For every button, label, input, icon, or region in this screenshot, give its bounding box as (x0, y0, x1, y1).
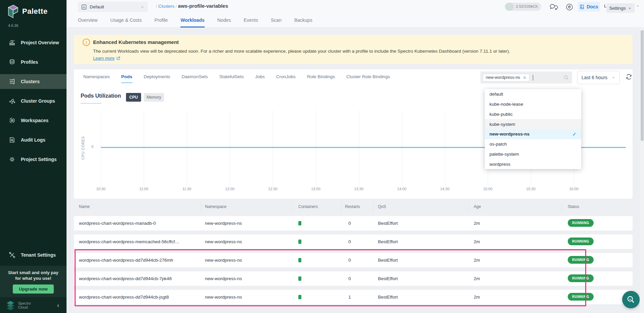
dropdown-option-kube-public[interactable]: kube-public (485, 109, 581, 119)
top-header: Default / Clusters / aws-profile-variabl… (67, 0, 644, 28)
learn-more-link[interactable]: Learn more (93, 56, 120, 61)
chat-icon[interactable] (550, 3, 558, 12)
container-square-icon (298, 258, 301, 262)
time-range-select[interactable]: Last 6 hours (577, 71, 620, 84)
tab-scan[interactable]: Scan (271, 14, 282, 28)
x-axis-tick: 14:00 (394, 187, 409, 191)
sidebar-item-project-settings[interactable]: Project Settings (0, 152, 67, 167)
chip-remove-icon[interactable]: ✕ (523, 75, 526, 80)
refresh-icon[interactable] (626, 73, 632, 82)
external-link-icon (116, 56, 120, 60)
container-indicator (298, 276, 301, 281)
x-axis-tick: 16:00 (566, 187, 581, 191)
workload-subtabs: Namespaces Pods Deployments DaemonSets S… (83, 74, 390, 83)
settings-button[interactable]: Settings (606, 3, 635, 13)
help-icon[interactable] (566, 3, 573, 12)
dropdown-option-wordpress[interactable]: wordpress (485, 159, 581, 169)
tab-backups[interactable]: Backups (294, 14, 312, 28)
section-title-underline (81, 103, 101, 104)
sidebar-item-audit-logs[interactable]: Audit Logs (0, 133, 67, 147)
pod-age: 2m (474, 258, 480, 263)
x-axis-tick: 14:30 (437, 187, 452, 191)
sidebar-item-cluster-groups[interactable]: Cluster Groups (0, 94, 67, 108)
sidebar-item-profiles[interactable]: Profiles (0, 55, 67, 69)
chevron-down-icon (611, 75, 615, 80)
sidebar-item-workspaces[interactable]: Workspaces (0, 113, 67, 128)
subtab-jobs[interactable]: Jobs (255, 74, 265, 83)
palette-logo-icon (7, 4, 19, 18)
namespace-dropdown-menu: default kube-node-lease kube-public kube… (485, 89, 581, 169)
subtab-statefulsets[interactable]: StatefulSets (219, 74, 244, 83)
dropdown-option-kube-node-lease[interactable]: kube-node-lease (485, 99, 581, 109)
project-settings-icon (9, 156, 15, 163)
col-header-age: Age (474, 204, 481, 209)
audit-logs-icon (9, 137, 15, 143)
subtab-cronjobs[interactable]: CronJobs (276, 74, 296, 83)
sidebar-item-label: Audit Logs (21, 137, 45, 143)
tenant-settings-icon (9, 252, 15, 258)
pod-name: wordpress-chart-wordpress-dd7d944cb-276m… (79, 258, 173, 263)
container-square-icon (298, 240, 301, 244)
dropdown-option-palette-system[interactable]: palette-system (485, 149, 581, 159)
container-indicator (298, 295, 301, 299)
col-header-restarts: Restarts (345, 204, 360, 209)
table-row[interactable]: wordpress-chart-wordpress-memcached-56cf… (74, 234, 633, 249)
sidebar-item-label: Tenant Settings (21, 252, 56, 258)
app-version: 4.6.36 (8, 23, 18, 28)
pod-age: 2m (474, 239, 480, 244)
x-axis-tick: 10:30 (93, 187, 108, 191)
table-row[interactable]: wordpress-chart-wordpress-dd7d944cb-7pk4… (74, 271, 633, 286)
sidebar-item-clusters[interactable]: Clusters (0, 74, 67, 89)
workspaces-icon (9, 117, 15, 124)
breadcrumb-clusters-link[interactable]: Clusters (158, 4, 174, 9)
tab-events[interactable]: Events (244, 14, 258, 28)
sidebar-item-label: Project Overview (21, 40, 59, 45)
dropdown-option-os-patch[interactable]: os-patch (485, 139, 581, 149)
dropdown-option-label: new-wordpress-ns (489, 132, 529, 137)
support-chat-button[interactable] (622, 291, 640, 308)
sidebar-item-tenant-settings[interactable]: Tenant Settings (0, 248, 67, 262)
container-indicator (298, 258, 301, 262)
memory-toggle-button[interactable]: Memory (144, 93, 164, 102)
namespace-filter-input[interactable]: new-wordpress-ns ✕ (480, 71, 572, 84)
tab-nodes[interactable]: Nodes (217, 14, 231, 28)
subtab-deployments[interactable]: Deployments (144, 74, 170, 83)
deprecation-banner: ! Enhanced Kubernetes management The cur… (74, 35, 633, 64)
cpu-toggle-button[interactable]: CPU (126, 93, 141, 102)
docs-button[interactable]: Docs (578, 2, 600, 11)
table-row[interactable]: wordpress-chart-wordpress-dd7d944cb-276m… (74, 253, 633, 267)
pod-qos: BestEffort (378, 276, 398, 281)
subtab-role-bindings[interactable]: Role Bindings (307, 74, 335, 83)
vertical-scrollbar[interactable] (640, 28, 644, 313)
tab-workloads[interactable]: Workloads (180, 14, 204, 28)
tab-profile[interactable]: Profile (155, 14, 168, 28)
pod-qos: BestEffort (378, 239, 398, 244)
subtab-pods[interactable]: Pods (121, 74, 132, 83)
upgrade-now-button[interactable]: Upgrade now (13, 284, 54, 294)
subtab-namespaces[interactable]: Namespaces (83, 74, 110, 83)
table-row[interactable]: wordpress-chart-wordpress-dd7d944cb-jsgt… (74, 290, 633, 304)
tab-overview[interactable]: Overview (78, 14, 97, 28)
chip-label: new-wordpress-ns (486, 75, 520, 80)
learn-more-label: Learn more (93, 56, 115, 61)
pod-name: wordpress-chart-wordpress-dd7d944cb-jsgt… (79, 295, 169, 300)
pod-restarts: 0 (348, 239, 351, 244)
subtab-daemonsets[interactable]: DaemonSets (182, 74, 208, 83)
dropdown-option-default[interactable]: default (485, 89, 581, 99)
subtab-cluster-role-bindings[interactable]: Cluster Role Bindings (346, 74, 390, 83)
project-scope-select[interactable]: Default (78, 2, 148, 12)
table-row[interactable]: wordpress-chart-wordpress-mariadb-0 new-… (74, 216, 633, 230)
sidebar-item-project-overview[interactable]: Project Overview (0, 35, 67, 50)
sidebar-collapse-chevron[interactable]: ‹ (57, 302, 59, 308)
upgrade-promo: Start small and only pay for what you us… (0, 266, 67, 297)
status-badge: RUNNING (568, 238, 594, 245)
x-axis-tick: 11:30 (179, 187, 194, 191)
x-axis-tick: 15:00 (480, 187, 495, 191)
profiles-icon (9, 59, 15, 65)
dropdown-option-new-wordpress-ns[interactable]: new-wordpress-ns ✓ (485, 129, 581, 139)
pod-namespace: new-wordpress-ns (205, 221, 242, 226)
scrollbar-thumb[interactable] (641, 30, 644, 141)
tab-usage-costs[interactable]: Usage & Costs (110, 14, 141, 28)
chevron-down-icon (628, 6, 632, 10)
dropdown-option-kube-system[interactable]: kube-system (485, 119, 581, 129)
